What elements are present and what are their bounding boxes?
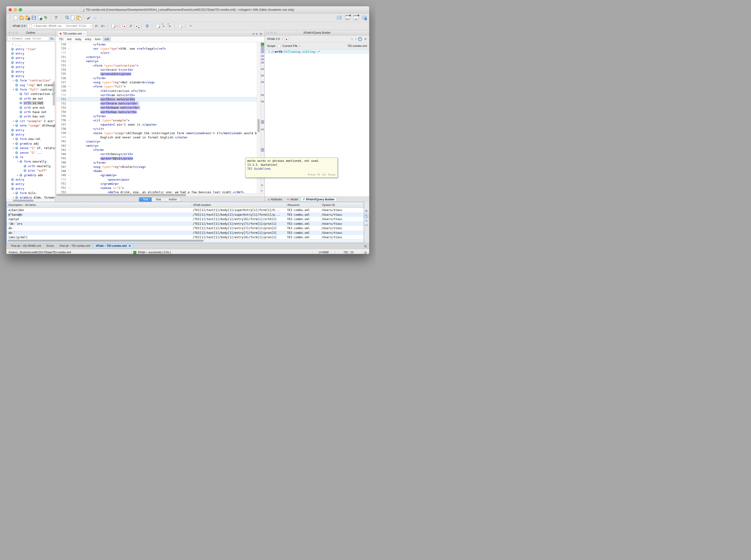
code-line-739[interactable]: 739▽ <note type="usage">Although the int… (55, 131, 257, 135)
result-row[interactable]: @"band@n/TEI[1]/text[1]/body[1]/superEnt… (7, 213, 363, 217)
highlight-button[interactable]: ⚑ (187, 23, 194, 29)
code-line-731[interactable]: 731 <orth>is not</orth> (55, 97, 257, 101)
code-line-746[interactable]: 746 </form> (55, 160, 257, 165)
builder-tab-model[interactable]: ✛Model (285, 197, 300, 202)
spell-check-button[interactable]: ABC✓ (53, 15, 59, 21)
save-button[interactable] (31, 15, 37, 21)
outline-item[interactable]: entry (6, 182, 55, 186)
outline-item[interactable]: lblcontraction of (6, 92, 55, 96)
results-settings-button[interactable]: ⚙ (365, 209, 368, 213)
tab-tei-combo[interactable]: TEI-combo.xml × (57, 31, 87, 36)
remove-result-button[interactable]: ✕ (365, 219, 368, 222)
configure-transformation-button[interactable] (128, 23, 134, 29)
outline-item[interactable]: entry (6, 60, 55, 65)
code-line-729[interactable]: 729 <lbl>contraction of</lbl> (55, 89, 257, 93)
save-to-url-button[interactable] (37, 15, 43, 21)
results-column-header[interactable]: XPath location (192, 202, 286, 207)
result-row[interactable]: äb-`/TEI[1]/text[1]/body[1]/entry[7]/for… (7, 226, 363, 231)
favorites-star-icon[interactable]: ☆ (351, 37, 353, 41)
open-url-button[interactable] (25, 15, 31, 21)
outline-vertical-scrollbar[interactable] (53, 81, 55, 106)
zoom-window-button[interactable] (19, 8, 22, 12)
code-line-738[interactable]: 738 </cit> (55, 127, 257, 131)
element-filter-input[interactable] (12, 37, 47, 40)
results-column-header[interactable]: System ID (321, 202, 363, 207)
next-marker-icon[interactable]: ▾ (261, 190, 262, 192)
breadcrumb-body[interactable]: body (75, 38, 81, 41)
code-line-752[interactable]: 752▽ <sense n="1"> (55, 186, 257, 190)
scope-value[interactable]: Current File (282, 44, 297, 47)
code-line-727[interactable]: 727 <usg type="reg">Not standard</usg> (55, 80, 257, 84)
outline-item[interactable]: ▶formkilo- (6, 191, 55, 195)
breadcrumb-text[interactable]: text (67, 38, 72, 41)
outline-header[interactable]: Outline (6, 30, 55, 36)
outline-item[interactable]: ▶cit"example"I ain't seen it. (6, 119, 55, 123)
xquery-debugger-button[interactable]: XQ (353, 15, 359, 21)
reload-button[interactable]: ↻ (43, 15, 49, 21)
new-document-button[interactable] (13, 15, 19, 21)
outline-item[interactable]: entry (6, 132, 55, 137)
builder-tab-xpath-xquery-builder[interactable]: //XPath/XQuery Builder (301, 197, 336, 202)
element-filter-box[interactable]: ⌕▾ (7, 36, 49, 41)
code-line-725[interactable]: 725 <pron>eInt</pron> (55, 72, 257, 76)
xpath-version-label[interactable]: XPath 2.0 (13, 24, 25, 28)
result-row[interactable]: zaptyé/TEI[1]/text[1]/body[1]/entry[6]/f… (7, 217, 363, 221)
validate-button[interactable]: ✓ (110, 23, 116, 29)
outline-item[interactable]: entry (6, 56, 55, 60)
outline-item[interactable]: ▶form"contraction" (6, 78, 55, 83)
code-line-724[interactable]: 724 <orth>ain't</orth> (55, 67, 257, 72)
editor-perspective-button[interactable] (336, 15, 342, 21)
match-marker[interactable] (261, 75, 264, 76)
scroll-tabs-left-icon[interactable]: ◀ (252, 32, 254, 35)
code-line-744[interactable]: 744 <orth>bevvy</orth> (55, 152, 257, 156)
match-marker[interactable] (261, 48, 264, 49)
match-marker[interactable] (261, 120, 264, 122)
scroll-tabs-right-icon[interactable]: ▶ (256, 32, 258, 35)
database-perspective-button[interactable] (361, 15, 368, 21)
outline-item[interactable]: ▶formneu·ral (6, 137, 55, 141)
forward-button[interactable]: → (98, 15, 104, 21)
outline-item[interactable]: orthhave not (6, 110, 55, 114)
code-line-730[interactable]: 730 <orth>am not</orth> (55, 93, 257, 97)
match-marker[interactable] (261, 148, 264, 150)
results-column-header[interactable]: Resource (286, 202, 321, 207)
code-line-750[interactable]: 750 <pos>n</pos> (55, 177, 257, 182)
result-row[interactable]: 'äb-`ərs/TEI[1]/text[1]/body[1]/entry[7]… (7, 221, 363, 226)
tab-list-icon[interactable]: ▦ (260, 32, 262, 35)
match-marker[interactable] (261, 62, 264, 63)
clear-highlights-icon[interactable]: ✕ (261, 184, 263, 187)
tei-guidelines-link[interactable]: TEI Guidelines (247, 167, 336, 171)
result-row[interactable]: əb-`/TEI[1]/text[1]/body[1]/entry[7]/for… (7, 231, 363, 235)
code-line-753[interactable]: 753 <def>a drink, esp. an alcoholic one:… (55, 190, 257, 194)
xpath-favorites-button[interactable]: //★ (94, 23, 100, 29)
view-tab-errors[interactable]: Errors (44, 243, 57, 248)
outline-item[interactable]: ▼formneurally (6, 159, 55, 164)
remove-all-results-button[interactable]: ✕✕ (364, 224, 368, 227)
code-line-749[interactable]: 749▽ <gramGrp> (55, 173, 257, 177)
results-column-header[interactable]: Description – 84 items (7, 202, 192, 207)
execute-xpath-button[interactable]: ▶ (284, 37, 289, 41)
title-bar[interactable]: TEI-combo.xml [/Users/ttasovac/Developme… (6, 6, 369, 14)
code-line-722[interactable]: 722▽ <entry> (55, 59, 257, 63)
match-marker[interactable] (261, 81, 264, 83)
code-line-735[interactable]: 735 </form> (55, 114, 257, 118)
code-line-741[interactable]: 741 </entry> (55, 139, 257, 143)
outline-item[interactable]: pron"suff" (6, 168, 55, 173)
notes-icon[interactable]: ▤ (364, 251, 369, 254)
view-tab-find-all-ge-rkmd-xml[interactable]: Find all – GE.RKMD.xml (8, 243, 44, 248)
outline-item[interactable]: entry"rise" (6, 47, 55, 51)
panel-menu-icon[interactable]: ▤ (364, 244, 367, 248)
history-clock-icon[interactable] (358, 37, 362, 41)
review-edit-button[interactable]: ✎ (177, 23, 183, 29)
match-marker[interactable] (261, 59, 264, 60)
match-marker[interactable] (261, 94, 264, 96)
open-button[interactable] (19, 15, 25, 21)
format-indent-button[interactable]: ☰ (144, 23, 150, 29)
outline-item[interactable]: sense"2"... (6, 150, 55, 155)
match-marker[interactable] (261, 50, 264, 51)
code-line-748[interactable]: 748▽ <hom> (55, 169, 257, 173)
code-line-720[interactable]: 720 </xr> (55, 51, 257, 55)
debug-scenario-button[interactable]: ▶✱ (134, 23, 140, 29)
execute-xpath-combo[interactable]: ▾ Execute XPath on 'Current File' ▾ (27, 23, 93, 29)
outline-item[interactable]: ▶sense"1"of, relating to (6, 146, 55, 150)
